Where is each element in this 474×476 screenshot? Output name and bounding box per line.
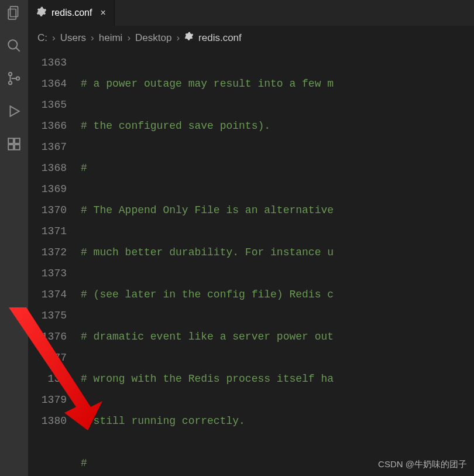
code-content[interactable]: # a power outage may result into a few m… xyxy=(81,52,474,476)
breadcrumb-segment[interactable]: Users xyxy=(60,32,86,44)
breadcrumb-segment[interactable]: redis.conf xyxy=(198,32,242,44)
svg-rect-0 xyxy=(11,6,18,16)
chevron-right-icon: › xyxy=(127,32,130,44)
editor-group: redis.conf × C: › Users › heimi › Deskto… xyxy=(28,0,474,476)
tabs-bar: redis.conf × xyxy=(28,0,474,26)
chevron-right-icon: › xyxy=(52,32,56,44)
breadcrumb-segment[interactable]: heimi xyxy=(99,32,123,44)
svg-rect-10 xyxy=(8,145,13,150)
line-number: 1372 xyxy=(28,242,67,263)
extensions-icon[interactable] xyxy=(6,136,22,152)
svg-point-4 xyxy=(9,73,12,76)
line-number: 77 xyxy=(28,347,67,368)
line-number: 1370 xyxy=(28,200,67,221)
gear-icon xyxy=(36,6,47,19)
code-line: # the configured save points). xyxy=(81,120,270,132)
svg-rect-8 xyxy=(8,138,13,143)
source-control-icon[interactable] xyxy=(6,70,22,87)
svg-line-3 xyxy=(16,47,20,52)
line-number: 137 xyxy=(28,368,67,389)
line-number: 1379 xyxy=(28,389,67,410)
gear-icon xyxy=(184,32,194,44)
line-number: 1371 xyxy=(28,221,67,242)
line-number: 1367 xyxy=(28,136,67,157)
run-icon[interactable] xyxy=(6,103,22,119)
code-line: # a power outage may result into a few m xyxy=(81,78,334,90)
svg-point-2 xyxy=(8,40,17,49)
breadcrumb-segment[interactable]: Desktop xyxy=(135,32,171,44)
text-editor[interactable]: 1363 1364 1365 1366 1367 1368 1369 1370 … xyxy=(28,52,474,476)
code-line: # The Append Only File is an alternative xyxy=(81,204,334,216)
line-number: 1369 xyxy=(28,179,67,200)
code-line: # much better durability. For instance u xyxy=(81,246,334,258)
files-icon[interactable] xyxy=(6,5,22,21)
line-number: 1365 xyxy=(28,94,67,115)
search-icon[interactable] xyxy=(6,37,22,54)
code-line: # (see later in the config file) Redis c xyxy=(81,289,334,300)
line-number-gutter: 1363 1364 1365 1366 1367 1368 1369 1370 … xyxy=(28,52,81,476)
line-number: 1374 xyxy=(28,284,67,305)
close-icon[interactable]: × xyxy=(100,8,105,18)
line-number: 1373 xyxy=(28,263,67,284)
code-line: # xyxy=(81,457,87,469)
svg-marker-7 xyxy=(11,106,19,116)
chevron-right-icon: › xyxy=(176,32,180,44)
tab-filename: redis.conf xyxy=(51,8,92,18)
line-number: 1363 xyxy=(28,52,67,73)
line-number: 1376 xyxy=(28,326,67,347)
watermark-text: CSDN @牛奶味的团子 xyxy=(378,459,467,470)
code-line: # wrong with the Redis process itself ha xyxy=(81,373,334,385)
code-line: # still running correctly. xyxy=(81,415,245,427)
line-number: 1368 xyxy=(28,157,67,179)
code-line: # dramatic event like a server power out xyxy=(81,331,334,343)
chevron-right-icon: › xyxy=(91,32,94,44)
tab-redis-conf[interactable]: redis.conf × xyxy=(28,0,115,26)
svg-rect-9 xyxy=(15,138,20,143)
activity-bar xyxy=(0,0,28,476)
svg-rect-1 xyxy=(8,9,16,19)
line-number: 1375 xyxy=(28,305,67,326)
code-line: # xyxy=(81,162,87,174)
svg-point-5 xyxy=(9,81,12,84)
line-number: 1380 xyxy=(28,410,67,432)
svg-rect-11 xyxy=(15,145,20,150)
svg-point-6 xyxy=(16,77,19,80)
line-number: 1364 xyxy=(28,73,67,94)
breadcrumb-segment[interactable]: C: xyxy=(37,32,47,44)
breadcrumb[interactable]: C: › Users › heimi › Desktop › redis.con… xyxy=(28,26,474,52)
line-number: 1366 xyxy=(28,115,67,136)
